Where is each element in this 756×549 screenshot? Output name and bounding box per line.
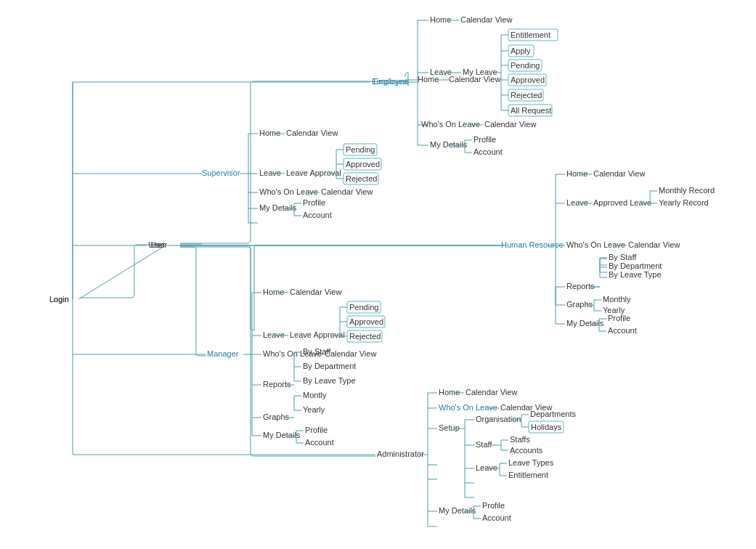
mgr-leave: Leave <box>263 330 285 339</box>
emp-profile: Profile <box>473 135 496 144</box>
hr-wol: Who's On Leave <box>566 240 625 249</box>
hr-monthly-record: Monthly Record <box>659 186 715 195</box>
admin-profile: Profile <box>482 501 505 510</box>
admin-entitlement: Entitlement <box>508 471 548 479</box>
emp-entitlement: Entitlement <box>511 30 550 39</box>
mgr-rejected: Rejected <box>349 332 381 341</box>
user-node: User <box>148 240 166 249</box>
admin-leave: Leave <box>476 463 497 472</box>
mgr-my-details: My Details <box>263 431 301 439</box>
sup-wol-cal: Calendar View <box>321 187 373 196</box>
hr-wol-cal: Calendar View <box>628 240 680 249</box>
mgr-by-dept: By Department <box>303 362 356 370</box>
sup-account: Account <box>303 211 332 219</box>
hr-node: Human Resource <box>501 240 564 249</box>
mgr-profile: Profile <box>305 426 328 434</box>
hr-home: Home <box>566 169 588 178</box>
hr-monthly: Monthly <box>603 295 631 304</box>
hr-by-dept: By Department <box>609 261 662 270</box>
emp-all-request: All Request <box>511 106 551 115</box>
hr-profile: Profile <box>608 314 630 322</box>
emp-rejected: Rejected <box>511 91 542 99</box>
hr-graphs: Graphs <box>566 300 593 309</box>
emp-my-leave: My Leave <box>463 68 497 76</box>
admin-account: Account <box>482 513 511 522</box>
hr-by-leave-type: By Leave Type <box>609 270 662 279</box>
mgr-home-cal: Calendar View <box>290 288 341 296</box>
mgr-reports-label: Reports <box>263 380 291 389</box>
admin-departments: Departments <box>530 410 576 418</box>
manager-node: Manager <box>207 349 239 358</box>
emp-home-cal: Calendar View <box>460 15 512 24</box>
hr-my-details: My Details <box>566 319 604 328</box>
mgr-leave-approval: Leave Approval <box>290 330 345 339</box>
emp-whos-on-leave: Who's On Leave <box>421 120 480 129</box>
emp-account: Account <box>473 147 503 156</box>
sup-pending: Pending <box>346 145 375 154</box>
sup-home-cal: Calendar View <box>286 129 338 137</box>
sup-wol: Who's On Leave <box>259 187 318 196</box>
mgr-graphs-label: Graphs <box>263 412 290 421</box>
mgr-montly: Montly <box>303 391 327 399</box>
mgr-approved: Approved <box>349 317 383 326</box>
hr-leave: Leave <box>566 198 588 207</box>
hr-approved-leave: Approved Leave <box>593 198 651 207</box>
admin-home-cal: Calendar View <box>466 388 517 396</box>
mgr-account: Account <box>305 438 334 447</box>
admin-my-details: My Details <box>439 506 476 515</box>
admin-node: Administrator <box>377 450 424 458</box>
mgr-by-staff: By Staff <box>303 347 331 356</box>
admin-staffs: Staffs <box>510 435 530 444</box>
emp-home: Home <box>430 15 451 24</box>
admin-holidays: Holidays <box>531 423 562 431</box>
emp-approved: Approved <box>511 76 545 84</box>
supervisor-node: Supervisor <box>202 168 240 177</box>
hr-account: Account <box>608 326 637 335</box>
admin-setup: Setup <box>439 423 460 432</box>
sup-profile: Profile <box>303 198 325 207</box>
hr-reports-label: Reports <box>566 282 595 290</box>
hr-yearly-record: Yearly Record <box>659 198 709 207</box>
mgr-pending: Pending <box>349 303 378 312</box>
login-node: Login <box>49 295 69 304</box>
sup-rejected: Rejected <box>346 174 377 183</box>
admin-accounts: Accounts <box>510 446 543 455</box>
emp-my-details: My Details <box>430 140 468 149</box>
employee-node: Employee <box>372 77 407 86</box>
sup-leave-approval: Leave Approval <box>286 168 341 177</box>
mgr-wol-cal: Calendar View <box>325 349 376 358</box>
mgr-home: Home <box>263 288 284 296</box>
admin-home: Home <box>439 388 460 396</box>
sup-my-details: My Details <box>259 203 297 212</box>
admin-leave-types: Leave Types <box>508 458 554 467</box>
sup-home: Home <box>259 129 280 137</box>
emp-wol-cal: Calendar View <box>484 120 536 129</box>
hr-home-cal: Calendar View <box>593 169 645 178</box>
emp-apply: Apply <box>511 46 531 55</box>
mgr-yearly: Yearly <box>303 405 325 414</box>
emp-pending: Pending <box>511 61 540 70</box>
hr-by-staff: By Staff <box>609 253 637 261</box>
admin-organisation: Organisation <box>476 415 521 423</box>
admin-staff: Staff <box>476 440 492 449</box>
sup-leave: Leave <box>259 168 281 177</box>
mgr-by-leave: By Leave Type <box>303 376 356 385</box>
admin-wol: Who's On Leave <box>439 403 497 412</box>
emp-leave: Leave <box>430 68 452 76</box>
sup-approved: Approved <box>346 160 380 168</box>
